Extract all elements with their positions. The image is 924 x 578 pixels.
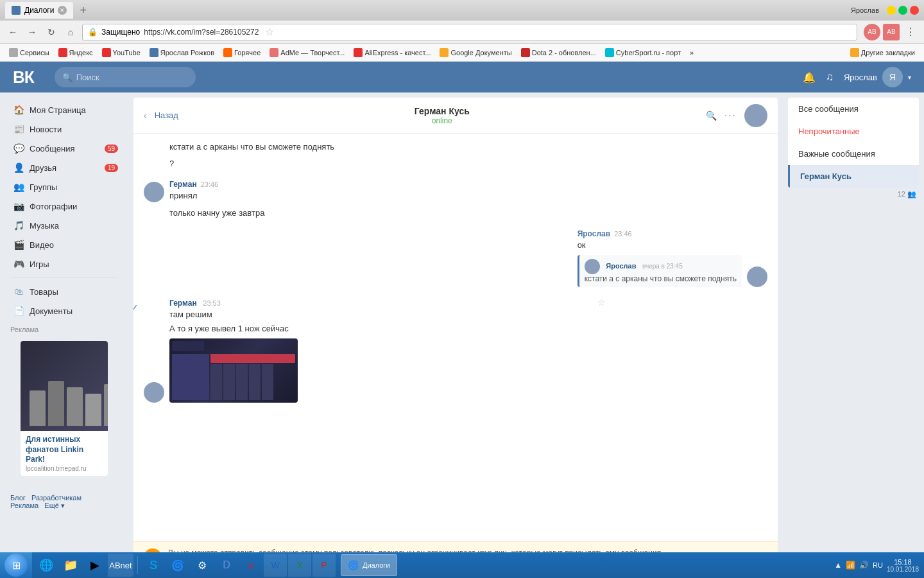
- taskbar-skype-icon[interactable]: S: [142, 554, 165, 577]
- image-content: [169, 338, 298, 403]
- right-item-unread[interactable]: Непрочитанные: [788, 120, 919, 143]
- tray-clock[interactable]: 15:18 10.01.2018: [887, 558, 919, 573]
- back-button[interactable]: ←: [5, 24, 21, 40]
- windows-logo-icon: ⊞: [12, 559, 21, 572]
- taskbar-discord-icon[interactable]: D: [215, 554, 238, 577]
- close-button[interactable]: [910, 6, 919, 15]
- start-button[interactable]: ⊞: [0, 552, 32, 578]
- url-display: https://vk.com/im?sel=286105272: [144, 28, 259, 37]
- docs-nav-icon: 📄: [13, 305, 24, 317]
- tray-language[interactable]: RU: [873, 561, 883, 569]
- footer-dev-link[interactable]: Разработчикам: [31, 494, 81, 502]
- message-extra-text: А то я уже вывел 1 нож сейчас: [169, 323, 606, 335]
- bookmark-youtube[interactable]: YouTube: [98, 47, 144, 58]
- sidebar-item-shop[interactable]: 🛍 Товары: [0, 282, 128, 301]
- vk-search-box[interactable]: 🔍 Поиск: [55, 67, 196, 87]
- ali-icon: [354, 48, 363, 57]
- ad-block[interactable]: 16+ Для истинных фанатов Linkin Park! lp…: [21, 341, 108, 476]
- folder-icon: [850, 48, 859, 57]
- sidebar-item-groups[interactable]: 👥 Группы: [0, 177, 128, 197]
- maximize-button[interactable]: [898, 6, 907, 15]
- ad-url: lpcoalition.timepad.ru: [26, 465, 103, 472]
- bookmark-more[interactable]: »: [686, 48, 697, 58]
- sidebar-item-messages[interactable]: 💬 Сообщения 59: [0, 139, 128, 158]
- chat-header: ‹ Назад Герман Кусь online 🔍 ···: [133, 98, 778, 134]
- message-text: ок: [578, 240, 742, 251]
- tab-close-button[interactable]: ✕: [58, 6, 67, 15]
- tray-volume-icon[interactable]: 🔊: [859, 561, 869, 570]
- news-icon: 📰: [13, 123, 24, 135]
- bookmark-other[interactable]: Другие закладки: [846, 47, 919, 58]
- right-item-german[interactable]: Герман Кусь: [788, 165, 919, 188]
- new-tab-button[interactable]: +: [76, 4, 90, 17]
- refresh-button[interactable]: ↻: [44, 24, 59, 40]
- messages-area[interactable]: кстати а с арканы что вы сможете поднять…: [133, 134, 778, 541]
- vk-logo[interactable]: ВК: [13, 67, 34, 87]
- sidebar-item-video[interactable]: 🎬 Видео: [0, 235, 128, 254]
- message-star-icon[interactable]: ☆: [597, 297, 606, 308]
- message-content: Герман 23:53 ☆ там решим А то я уже выве…: [169, 297, 606, 403]
- taskbar-dota-icon[interactable]: ⚔: [239, 554, 262, 577]
- notifications-bell-icon[interactable]: 🔔: [803, 71, 816, 83]
- vk-header: ВК 🔍 Поиск 🔔 ♫ Ярослав Я ▾: [0, 62, 924, 92]
- taskbar-ie-icon[interactable]: 🌐: [35, 554, 58, 577]
- taskbar-steam-icon[interactable]: ⚙: [191, 554, 214, 577]
- bookmark-cybersport[interactable]: CyberSport.ru - порт: [601, 47, 685, 58]
- bookmark-adme[interactable]: AdMe — Творчест...: [266, 47, 348, 58]
- address-bar[interactable]: 🔒 Защищено https://vk.com/im?sel=2861052…: [82, 24, 857, 40]
- sidebar-item-photos[interactable]: 📷 Фотографии: [0, 197, 128, 216]
- footer-more-link[interactable]: Ещё ▾: [44, 502, 65, 509]
- taskbar-explorer-icon[interactable]: 📁: [59, 554, 82, 577]
- sidebar-item-my-page[interactable]: 🏠 Моя Страница: [0, 100, 128, 119]
- taskbar-chrome-icon[interactable]: 🌀: [166, 554, 189, 577]
- sidebar-item-friends[interactable]: 👤 Друзья 19: [0, 158, 128, 177]
- bookmark-hot[interactable]: Горячее: [219, 47, 264, 58]
- protocol-label: Защищено: [101, 28, 140, 37]
- bookmark-yaroslav[interactable]: Ярослав Рожков: [146, 47, 218, 58]
- message-image-preview[interactable]: [169, 338, 298, 403]
- taskbar-abnet-icon[interactable]: ABnet: [108, 554, 133, 577]
- forward-button[interactable]: →: [24, 24, 40, 40]
- chat-search-button[interactable]: 🔍: [706, 110, 717, 121]
- unread-label: Непрочитанные: [798, 127, 860, 136]
- taskbar-media-icon[interactable]: ▶: [83, 554, 107, 577]
- bookmark-yandex[interactable]: Яндекс: [55, 47, 97, 58]
- home-icon: 🏠: [13, 104, 24, 116]
- right-item-all-messages[interactable]: Все сообщения: [788, 98, 919, 120]
- vk-user-area[interactable]: Ярослав Я ▾: [844, 67, 911, 87]
- profile-icon[interactable]: AB: [883, 24, 900, 40]
- sidebar-item-news[interactable]: 📰 Новости: [0, 119, 128, 139]
- taskbar-word-icon[interactable]: W: [264, 554, 287, 577]
- sidebar-label-docs: Документы: [30, 306, 73, 316]
- bookmark-google-docs[interactable]: Google Документы: [436, 47, 515, 58]
- security-lock-icon: 🔒: [88, 28, 98, 37]
- taskbar-excel-icon[interactable]: X: [288, 554, 311, 577]
- photos-icon: 📷: [13, 200, 24, 212]
- bookmark-dota[interactable]: Dota 2 - обновлен...: [517, 47, 600, 58]
- tray-network-icon[interactable]: 📶: [846, 561, 855, 570]
- taskbar-app-dialogi[interactable]: 🌀 Диалоги: [341, 554, 397, 576]
- bookmark-aliexpress[interactable]: AliExpress - качест...: [350, 47, 434, 58]
- home-button[interactable]: ⌂: [63, 24, 78, 40]
- sidebar-item-games[interactable]: 🎮 Игры: [0, 254, 128, 274]
- bookmark-servisy[interactable]: Сервисы: [5, 47, 53, 58]
- sidebar-label-photos: Фотографии: [30, 202, 77, 211]
- footer-blog-link[interactable]: Блог: [10, 494, 26, 502]
- tray-time-display: 15:18: [887, 558, 919, 566]
- message-text: только начну уже завтра: [169, 207, 264, 219]
- music-icon[interactable]: ♫: [826, 71, 834, 83]
- minimize-button[interactable]: [887, 6, 896, 15]
- sidebar-item-docs[interactable]: 📄 Документы: [0, 301, 128, 320]
- footer-ad-link[interactable]: Реклама: [10, 502, 38, 509]
- menu-icon[interactable]: ⋮: [902, 24, 919, 40]
- chat-back-button[interactable]: ‹: [144, 110, 147, 121]
- taskbar-powerpoint-icon[interactable]: P: [312, 554, 336, 577]
- tray-arrow-icon[interactable]: ▲: [834, 561, 842, 570]
- bookmark-star-icon[interactable]: ☆: [265, 26, 274, 38]
- sidebar-label-groups: Группы: [30, 182, 57, 192]
- right-item-important[interactable]: Важные сообщения: [788, 143, 919, 165]
- chat-more-button[interactable]: ···: [724, 110, 737, 121]
- extensions-icon[interactable]: AB: [864, 24, 880, 40]
- browser-tab[interactable]: Диалоги ✕: [5, 2, 73, 19]
- sidebar-item-music[interactable]: 🎵 Музыка: [0, 216, 128, 235]
